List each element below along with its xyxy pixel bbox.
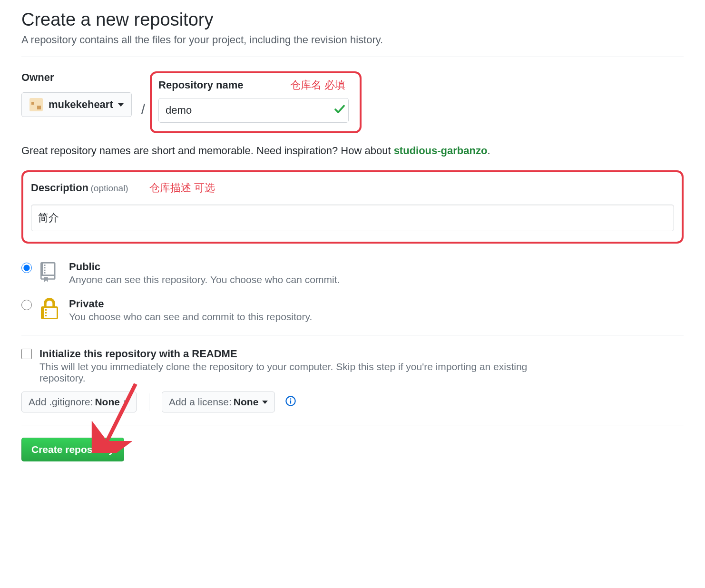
private-desc: You choose who can see and commit to thi… (69, 311, 312, 323)
private-title: Private (69, 298, 312, 310)
chevron-down-icon (124, 401, 129, 404)
owner-username: mukekeheart (49, 98, 113, 111)
path-separator: / (141, 87, 145, 118)
lock-icon (40, 298, 60, 321)
readme-title: Initialize this repository with a README (39, 348, 544, 360)
license-dropdown[interactable]: Add a license: None (162, 392, 275, 412)
description-label: Description (31, 182, 88, 194)
name-suggestion-link[interactable]: studious-garbanzo (394, 145, 488, 157)
page-subtitle: A repository contains all the files for … (21, 34, 684, 46)
owner-select-button[interactable]: mukekeheart (21, 92, 132, 117)
description-optional: (optional) (90, 183, 128, 193)
repo-name-input[interactable] (158, 98, 349, 123)
check-icon (334, 104, 345, 117)
page-title: Create a new repository (21, 10, 684, 30)
public-title: Public (69, 261, 340, 273)
readme-desc: This will let you immediately clone the … (39, 361, 544, 384)
chevron-down-icon (118, 103, 124, 107)
gitignore-dropdown[interactable]: Add .gitignore: None (21, 392, 137, 412)
divider (21, 335, 684, 335)
svg-point-2 (290, 398, 292, 400)
name-hint: Great repository names are short and mem… (21, 145, 684, 157)
svg-rect-1 (290, 401, 291, 404)
public-desc: Anyone can see this repository. You choo… (69, 274, 340, 285)
divider (149, 393, 149, 411)
chevron-down-icon (262, 401, 268, 404)
readme-checkbox[interactable] (21, 349, 32, 359)
annotation-description: 仓库描述 可选 (149, 182, 215, 194)
owner-label: Owner (21, 71, 132, 84)
public-repo-icon (40, 261, 60, 284)
avatar (29, 98, 43, 111)
info-icon[interactable] (285, 396, 296, 408)
description-input[interactable] (31, 205, 674, 231)
visibility-public-radio[interactable] (21, 263, 32, 273)
create-repository-button[interactable]: Create repository (21, 438, 124, 461)
annotation-repo-name: 仓库名 必填 (290, 78, 345, 92)
visibility-private-radio[interactable] (21, 300, 32, 310)
